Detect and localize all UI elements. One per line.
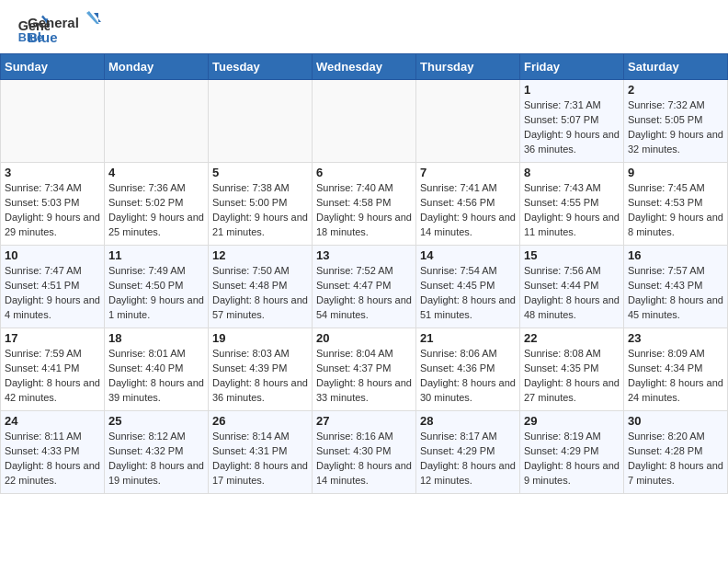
calendar-cell: 8Sunrise: 7:43 AMSunset: 4:55 PMDaylight… bbox=[520, 163, 624, 246]
day-number: 28 bbox=[420, 414, 516, 428]
calendar-cell: 13Sunrise: 7:52 AMSunset: 4:47 PMDayligh… bbox=[313, 246, 416, 328]
day-number: 13 bbox=[316, 248, 412, 262]
logo-svg: General Blue bbox=[28, 11, 101, 46]
day-number: 1 bbox=[524, 83, 620, 97]
week-row-1: 1Sunrise: 7:31 AMSunset: 5:07 PMDaylight… bbox=[1, 80, 728, 163]
day-number: 4 bbox=[108, 166, 204, 179]
day-number: 2 bbox=[628, 83, 723, 97]
calendar-cell: 5Sunrise: 7:38 AMSunset: 5:00 PMDaylight… bbox=[209, 163, 313, 246]
day-number: 12 bbox=[212, 248, 308, 262]
day-number: 11 bbox=[108, 248, 204, 262]
day-detail: Sunrise: 8:01 AMSunset: 4:40 PMDaylight:… bbox=[108, 347, 204, 406]
day-detail: Sunrise: 7:49 AMSunset: 4:50 PMDaylight:… bbox=[108, 264, 204, 323]
calendar-cell: 12Sunrise: 7:50 AMSunset: 4:48 PMDayligh… bbox=[209, 246, 313, 328]
calendar-cell: 27Sunrise: 8:16 AMSunset: 4:30 PMDayligh… bbox=[313, 411, 416, 494]
calendar-cell: 23Sunrise: 8:09 AMSunset: 4:34 PMDayligh… bbox=[624, 328, 728, 411]
day-detail: Sunrise: 8:14 AMSunset: 4:31 PMDaylight:… bbox=[212, 430, 308, 488]
calendar-cell bbox=[416, 80, 520, 163]
day-number: 7 bbox=[420, 166, 516, 179]
day-detail: Sunrise: 7:54 AMSunset: 4:45 PMDaylight:… bbox=[420, 264, 516, 323]
day-detail: Sunrise: 7:34 AMSunset: 5:03 PMDaylight:… bbox=[5, 181, 100, 240]
day-number: 22 bbox=[524, 331, 620, 345]
day-detail: Sunrise: 8:12 AMSunset: 4:32 PMDaylight:… bbox=[108, 430, 204, 488]
svg-text:General: General bbox=[28, 15, 79, 30]
calendar-cell: 16Sunrise: 7:57 AMSunset: 4:43 PMDayligh… bbox=[624, 246, 728, 328]
day-detail: Sunrise: 7:59 AMSunset: 4:41 PMDaylight:… bbox=[5, 347, 100, 406]
day-number: 10 bbox=[5, 248, 100, 262]
calendar-cell: 29Sunrise: 8:19 AMSunset: 4:29 PMDayligh… bbox=[520, 411, 624, 494]
day-number: 18 bbox=[108, 331, 204, 345]
day-detail: Sunrise: 8:17 AMSunset: 4:29 PMDaylight:… bbox=[420, 430, 516, 488]
calendar-cell: 14Sunrise: 7:54 AMSunset: 4:45 PMDayligh… bbox=[416, 246, 520, 328]
day-detail: Sunrise: 8:03 AMSunset: 4:39 PMDaylight:… bbox=[212, 347, 308, 406]
day-number: 20 bbox=[316, 331, 412, 345]
day-detail: Sunrise: 7:45 AMSunset: 4:53 PMDaylight:… bbox=[628, 181, 723, 240]
logo: General Blue General Blue bbox=[17, 11, 101, 46]
week-row-4: 17Sunrise: 7:59 AMSunset: 4:41 PMDayligh… bbox=[1, 328, 728, 411]
calendar-cell: 3Sunrise: 7:34 AMSunset: 5:03 PMDaylight… bbox=[1, 163, 105, 246]
calendar-cell: 21Sunrise: 8:06 AMSunset: 4:36 PMDayligh… bbox=[416, 328, 520, 411]
day-number: 30 bbox=[628, 414, 723, 428]
calendar-cell: 2Sunrise: 7:32 AMSunset: 5:05 PMDaylight… bbox=[624, 80, 728, 163]
weekday-friday: Friday bbox=[520, 54, 624, 80]
day-detail: Sunrise: 8:04 AMSunset: 4:37 PMDaylight:… bbox=[316, 347, 412, 406]
day-detail: Sunrise: 7:41 AMSunset: 4:56 PMDaylight:… bbox=[420, 181, 516, 240]
calendar-cell: 10Sunrise: 7:47 AMSunset: 4:51 PMDayligh… bbox=[1, 246, 105, 328]
day-detail: Sunrise: 7:52 AMSunset: 4:47 PMDaylight:… bbox=[316, 264, 412, 323]
day-number: 23 bbox=[628, 331, 723, 345]
weekday-tuesday: Tuesday bbox=[209, 54, 313, 80]
calendar-cell bbox=[1, 80, 105, 163]
calendar-cell: 17Sunrise: 7:59 AMSunset: 4:41 PMDayligh… bbox=[1, 328, 105, 411]
calendar-cell: 11Sunrise: 7:49 AMSunset: 4:50 PMDayligh… bbox=[105, 246, 209, 328]
day-number: 6 bbox=[316, 166, 412, 179]
day-number: 19 bbox=[212, 331, 308, 345]
svg-text:Blue: Blue bbox=[28, 29, 58, 45]
calendar-cell: 18Sunrise: 8:01 AMSunset: 4:40 PMDayligh… bbox=[105, 328, 209, 411]
page-header: General Blue General Blue bbox=[0, 0, 728, 50]
calendar-cell: 26Sunrise: 8:14 AMSunset: 4:31 PMDayligh… bbox=[209, 411, 313, 494]
day-detail: Sunrise: 7:40 AMSunset: 4:58 PMDaylight:… bbox=[316, 181, 412, 240]
weekday-monday: Monday bbox=[105, 54, 209, 80]
calendar-cell: 7Sunrise: 7:41 AMSunset: 4:56 PMDaylight… bbox=[416, 163, 520, 246]
day-detail: Sunrise: 8:20 AMSunset: 4:28 PMDaylight:… bbox=[628, 430, 723, 488]
day-detail: Sunrise: 8:16 AMSunset: 4:30 PMDaylight:… bbox=[316, 430, 412, 488]
day-number: 14 bbox=[420, 248, 516, 262]
day-detail: Sunrise: 7:47 AMSunset: 4:51 PMDaylight:… bbox=[5, 264, 100, 323]
day-detail: Sunrise: 8:11 AMSunset: 4:33 PMDaylight:… bbox=[5, 430, 100, 488]
day-number: 15 bbox=[524, 248, 620, 262]
day-detail: Sunrise: 7:50 AMSunset: 4:48 PMDaylight:… bbox=[212, 264, 308, 323]
calendar-cell: 22Sunrise: 8:08 AMSunset: 4:35 PMDayligh… bbox=[520, 328, 624, 411]
day-detail: Sunrise: 7:38 AMSunset: 5:00 PMDaylight:… bbox=[212, 181, 308, 240]
day-number: 17 bbox=[5, 331, 100, 345]
day-number: 16 bbox=[628, 248, 723, 262]
weekday-header-row: SundayMondayTuesdayWednesdayThursdayFrid… bbox=[1, 54, 728, 80]
day-detail: Sunrise: 7:57 AMSunset: 4:43 PMDaylight:… bbox=[628, 264, 723, 323]
day-number: 26 bbox=[212, 414, 308, 428]
calendar-cell: 20Sunrise: 8:04 AMSunset: 4:37 PMDayligh… bbox=[313, 328, 416, 411]
day-number: 9 bbox=[628, 166, 723, 179]
day-detail: Sunrise: 8:09 AMSunset: 4:34 PMDaylight:… bbox=[628, 347, 723, 406]
week-row-3: 10Sunrise: 7:47 AMSunset: 4:51 PMDayligh… bbox=[1, 246, 728, 328]
day-number: 5 bbox=[212, 166, 308, 179]
day-detail: Sunrise: 8:06 AMSunset: 4:36 PMDaylight:… bbox=[420, 347, 516, 406]
day-detail: Sunrise: 8:08 AMSunset: 4:35 PMDaylight:… bbox=[524, 347, 620, 406]
calendar-cell: 25Sunrise: 8:12 AMSunset: 4:32 PMDayligh… bbox=[105, 411, 209, 494]
weekday-wednesday: Wednesday bbox=[313, 54, 416, 80]
day-number: 25 bbox=[108, 414, 204, 428]
day-detail: Sunrise: 7:56 AMSunset: 4:44 PMDaylight:… bbox=[524, 264, 620, 323]
weekday-sunday: Sunday bbox=[1, 54, 105, 80]
day-detail: Sunrise: 7:32 AMSunset: 5:05 PMDaylight:… bbox=[628, 98, 723, 157]
calendar-cell: 28Sunrise: 8:17 AMSunset: 4:29 PMDayligh… bbox=[416, 411, 520, 494]
day-detail: Sunrise: 7:36 AMSunset: 5:02 PMDaylight:… bbox=[108, 181, 204, 240]
calendar-cell: 30Sunrise: 8:20 AMSunset: 4:28 PMDayligh… bbox=[624, 411, 728, 494]
week-row-5: 24Sunrise: 8:11 AMSunset: 4:33 PMDayligh… bbox=[1, 411, 728, 494]
day-number: 24 bbox=[5, 414, 100, 428]
week-row-2: 3Sunrise: 7:34 AMSunset: 5:03 PMDaylight… bbox=[1, 163, 728, 246]
day-number: 8 bbox=[524, 166, 620, 179]
calendar-cell: 15Sunrise: 7:56 AMSunset: 4:44 PMDayligh… bbox=[520, 246, 624, 328]
calendar-cell: 9Sunrise: 7:45 AMSunset: 4:53 PMDaylight… bbox=[624, 163, 728, 246]
calendar-body: 1Sunrise: 7:31 AMSunset: 5:07 PMDaylight… bbox=[1, 80, 728, 494]
calendar-cell bbox=[313, 80, 416, 163]
calendar-cell: 1Sunrise: 7:31 AMSunset: 5:07 PMDaylight… bbox=[520, 80, 624, 163]
day-detail: Sunrise: 7:43 AMSunset: 4:55 PMDaylight:… bbox=[524, 181, 620, 240]
